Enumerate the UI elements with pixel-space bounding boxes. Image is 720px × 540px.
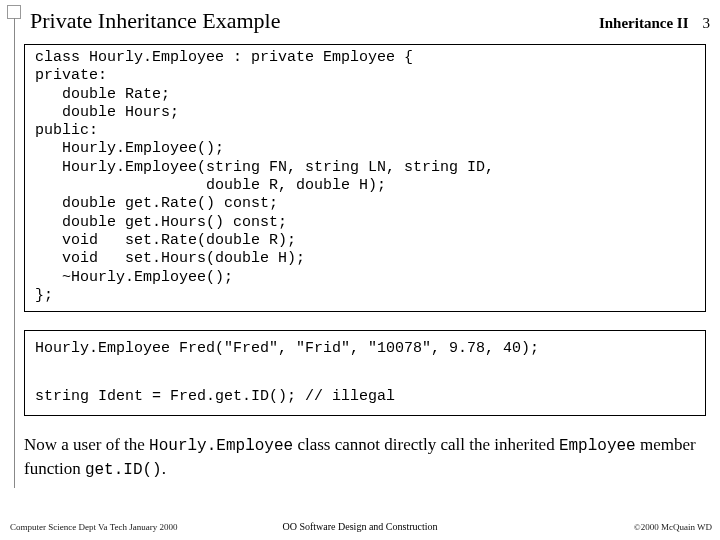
- left-rule: [14, 18, 15, 488]
- footer-right: ©2000 McQuain WD: [634, 522, 712, 532]
- footer-left: Computer Science Dept Va Tech January 20…: [10, 522, 178, 532]
- section-name: Inheritance II: [599, 15, 689, 32]
- explain-text-4: .: [162, 459, 166, 478]
- explanation-text: Now a user of the Hourly.Employee class …: [24, 434, 706, 481]
- code-block-class: class Hourly.Employee : private Employee…: [24, 44, 706, 312]
- footer-center: OO Software Design and Construction: [283, 521, 438, 532]
- code-block-usage: Hourly.Employee Fred("Fred", "Frid", "10…: [24, 330, 706, 416]
- explain-text-1: Now a user of the: [24, 435, 149, 454]
- explain-code-1: Hourly.Employee: [149, 437, 293, 455]
- slide-header: Private Inheritance Example Inheritance …: [30, 8, 710, 34]
- corner-notch: [7, 5, 21, 19]
- header-right: Inheritance II 3: [599, 15, 710, 32]
- slide-title: Private Inheritance Example: [30, 8, 280, 34]
- slide-content: class Hourly.Employee : private Employee…: [24, 44, 706, 481]
- explain-code-2: Employee: [559, 437, 636, 455]
- explain-text-2: class cannot directly call the inherited: [293, 435, 559, 454]
- page-number: 3: [703, 15, 711, 32]
- explain-code-3: get.ID(): [85, 461, 162, 479]
